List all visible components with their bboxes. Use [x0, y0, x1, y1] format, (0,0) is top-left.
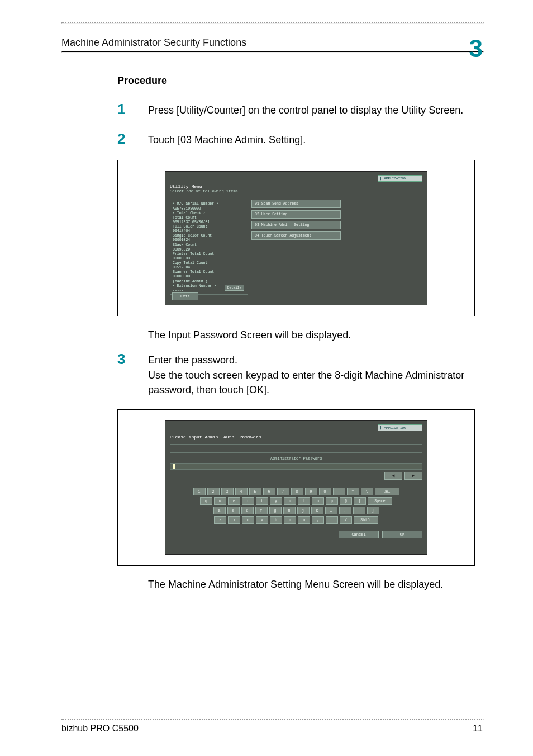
menu-touch-screen-adjustment[interactable]: 04 Touch Screen Adjustment	[251, 231, 341, 240]
key-/[interactable]: /	[340, 516, 352, 524]
key-j[interactable]: j	[297, 507, 310, 514]
key-5[interactable]: 5	[249, 488, 261, 495]
key-b[interactable]: b	[270, 516, 282, 524]
key-=[interactable]: =	[347, 488, 359, 495]
step-3: 3 Enter the password. Use the touch scre…	[117, 351, 483, 396]
key-,[interactable]: ,	[312, 516, 324, 524]
key-h[interactable]: h	[283, 507, 296, 514]
caption-after-step-3: The Machine Administrator Setting Menu S…	[148, 577, 483, 592]
key-3[interactable]: 3	[221, 488, 234, 495]
key-e[interactable]: e	[228, 497, 240, 505]
key-n[interactable]: n	[284, 516, 296, 524]
key-p[interactable]: p	[326, 497, 338, 505]
lcd-title: Utility Menu	[170, 184, 422, 189]
step-1: 1 Press [Utility/Counter] on the control…	[117, 101, 483, 118]
key-k[interactable]: k	[311, 507, 323, 514]
menu-machine-admin-setting[interactable]: 03 Machine Admin. Setting	[251, 221, 341, 229]
key-o[interactable]: o	[312, 497, 324, 505]
key-q[interactable]: q	[200, 497, 212, 505]
key-;[interactable]: ;	[339, 507, 351, 514]
onscreen-keyboard: 1234567890-=\Del qwertyuiop@[Space asdfg…	[170, 488, 422, 524]
key-4[interactable]: 4	[235, 488, 248, 495]
key-1[interactable]: 1	[193, 488, 206, 495]
step-number: 3	[117, 351, 148, 368]
key-[[interactable]: [	[354, 497, 366, 505]
password-title: Please input Admin. Auth. Password	[170, 433, 422, 445]
key-s[interactable]: s	[227, 507, 240, 514]
key-del[interactable]: Del	[375, 488, 399, 495]
key-2[interactable]: 2	[207, 488, 220, 495]
key-y[interactable]: y	[270, 497, 282, 505]
key-@[interactable]: @	[340, 497, 352, 505]
key-a[interactable]: a	[213, 507, 226, 514]
footer-product: bizhub PRO C5500	[61, 724, 139, 734]
step-number: 2	[117, 130, 148, 148]
ok-button[interactable]: OK	[382, 531, 422, 538]
caption-after-step-2: The Input Password Screen will be displa…	[148, 328, 483, 342]
menu-user-setting[interactable]: 02 User Setting	[251, 210, 341, 219]
key-:[interactable]: :	[353, 507, 365, 514]
key-z[interactable]: z	[214, 516, 226, 524]
caret-left-button[interactable]: ◀	[384, 472, 402, 480]
lcd-subtitle: Select one of following items	[170, 189, 422, 196]
key-u[interactable]: u	[284, 497, 296, 505]
key-c[interactable]: c	[242, 516, 254, 524]
key-v[interactable]: v	[256, 516, 268, 524]
key--[interactable]: -	[333, 488, 345, 495]
menu-scan-send-address[interactable]: 01 Scan Send Address	[251, 200, 341, 208]
step-2: 2 Touch [03 Machine Admin. Setting].	[117, 130, 483, 148]
step-text: Enter the password. Use the touch screen…	[148, 351, 483, 396]
screenshot-utility-menu: ▌ APPLICATION Utility Menu Select one of…	[117, 160, 475, 316]
exit-button[interactable]: Exit	[172, 292, 198, 300]
key-6[interactable]: 6	[263, 488, 275, 495]
key-i[interactable]: i	[298, 497, 310, 505]
key-t[interactable]: t	[256, 497, 268, 505]
key-w[interactable]: w	[214, 497, 226, 505]
cancel-button[interactable]: Cancel	[339, 531, 379, 538]
key-.[interactable]: .	[326, 516, 338, 524]
key-shift[interactable]: Shift	[354, 516, 378, 524]
key-0[interactable]: 0	[319, 488, 331, 495]
key-][interactable]: ]	[367, 507, 379, 514]
key-x[interactable]: x	[228, 516, 240, 524]
key-7[interactable]: 7	[277, 488, 289, 495]
key-g[interactable]: g	[269, 507, 282, 514]
footer-page-number: 11	[473, 724, 483, 734]
step-number: 1	[117, 101, 148, 118]
lcd-screen: ▌ APPLICATION Utility Menu Select one of…	[165, 171, 427, 305]
machine-info-sidebar: ‹ M/C Serial Number › A0E7081980002 ‹ To…	[170, 200, 248, 295]
key-8[interactable]: 8	[291, 488, 303, 495]
details-button[interactable]: Details	[225, 285, 244, 291]
screenshot-password-screen: ▌ APPLICATION Please input Admin. Auth. …	[117, 409, 475, 566]
step-text: Press [Utility/Counter] on the control p…	[148, 101, 463, 117]
key-r[interactable]: r	[242, 497, 254, 505]
password-input[interactable]	[170, 463, 422, 470]
password-field-label: Administrator Password	[170, 456, 422, 463]
chapter-number: 3	[469, 36, 483, 61]
key-m[interactable]: m	[298, 516, 310, 524]
key-f[interactable]: f	[255, 507, 268, 514]
running-header: Machine Administrator Security Functions	[61, 37, 246, 49]
key-space[interactable]: Space	[368, 497, 392, 505]
section-title: Procedure	[117, 75, 483, 87]
step-text: Touch [03 Machine Admin. Setting].	[148, 130, 306, 147]
application-tab[interactable]: ▌ APPLICATION	[378, 175, 422, 182]
key-\[interactable]: \	[361, 488, 373, 495]
key-l[interactable]: l	[325, 507, 337, 514]
lcd-screen: ▌ APPLICATION Please input Admin. Auth. …	[165, 420, 427, 555]
key-9[interactable]: 9	[305, 488, 317, 495]
application-tab[interactable]: ▌ APPLICATION	[378, 424, 422, 431]
key-d[interactable]: d	[241, 507, 254, 514]
caret-right-button[interactable]: ▶	[404, 472, 422, 480]
